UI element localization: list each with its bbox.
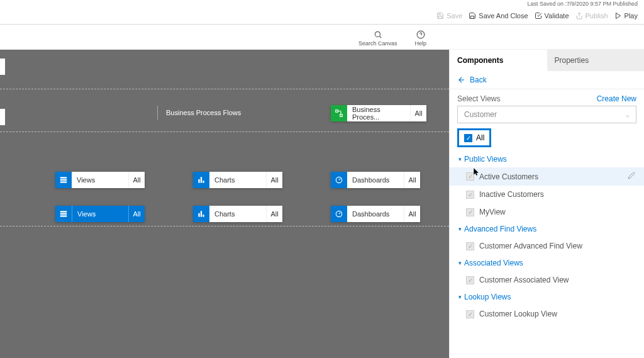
svg-rect-12 [201,177,202,182]
all-checkbox[interactable]: ✓ [464,134,472,142]
all-label: All [476,133,484,142]
views-icon [55,172,72,188]
dashboards-icon [331,206,347,222]
validate-label: Validate [545,12,569,20]
view-item-myview[interactable]: ✓ MyView [450,203,644,221]
group-associated[interactable]: Associated Views [450,255,644,271]
section-divider [0,131,449,132]
item-label: MyView [479,208,506,216]
design-canvas[interactable]: Business Process Flows Business Proces..… [0,50,449,358]
tile-label: Dashboards [347,206,404,222]
charts-tile[interactable]: Charts All [193,206,282,222]
validate-icon [535,12,542,20]
charts-icon [193,206,209,222]
svg-rect-15 [60,211,67,212]
select-views-label: Select Views [457,94,500,103]
collapsed-pane-stub[interactable] [0,109,5,125]
publish-button: Publish [575,12,608,20]
svg-rect-11 [198,179,199,183]
charts-tile[interactable]: Charts All [193,172,282,188]
save-close-icon [469,12,476,20]
status-bar: Last Saved on :7/9/2020 9:57 PM Publishe… [0,0,644,8]
item-checkbox[interactable]: ✓ [466,172,474,181]
tile-tag: All [128,172,145,188]
tile-label: Charts [209,172,266,188]
publish-label: Publish [586,12,608,20]
help-button[interactable]: Help [414,30,426,47]
item-checkbox[interactable]: ✓ [466,208,474,216]
search-canvas-button[interactable]: Search Canvas [358,30,397,47]
svg-rect-20 [203,215,204,217]
item-label: Customer Lookup View [479,310,557,318]
tile-label: Views [72,172,128,188]
item-checkbox[interactable]: ✓ [466,191,474,199]
dashboards-tile[interactable]: Dashboards All [331,172,420,188]
help-label: Help [414,40,426,47]
save-close-button[interactable]: Save And Close [469,12,528,20]
view-item-active-customers[interactable]: ✓ Active Customers [450,167,644,186]
help-icon [416,30,425,39]
svg-rect-7 [340,115,343,117]
publish-icon [575,12,583,20]
group-lookup[interactable]: Lookup Views [450,289,644,305]
bpf-section-label: Business Process Flows [166,109,241,116]
tile-tag: All [410,105,426,121]
tile-label: Dashboards [347,172,404,188]
tab-components[interactable]: Components [450,50,547,71]
tile-tag: All [128,206,145,222]
back-arrow-icon [457,76,466,84]
validate-button[interactable]: Validate [535,12,569,20]
panel-tabs: Components Properties [450,50,644,71]
play-button[interactable]: Play [614,12,638,20]
tile-tag: All [266,206,282,222]
dropdown-value: Customer [464,110,497,119]
item-label: Active Customers [479,172,538,181]
toolbar: Save Save And Close Validate Publish Pla… [0,8,644,24]
svg-rect-19 [201,211,202,216]
tile-tag: All [266,172,282,188]
bpf-tile[interactable]: Business Proces... All [331,105,426,121]
view-item-inactive-customers[interactable]: ✓ Inactive Customers [450,186,644,203]
tab-properties[interactable]: Properties [547,50,645,71]
view-item-advanced-find[interactable]: ✓ Customer Advanced Find View [450,237,644,255]
play-label: Play [625,12,638,20]
save-close-label: Save And Close [479,12,528,20]
edit-icon[interactable] [628,172,635,181]
group-public-views[interactable]: Public Views [450,151,644,167]
item-label: Customer Associated View [479,276,569,284]
views-tile-selected[interactable]: Views All [55,206,145,222]
entity-dropdown[interactable]: Customer ⌵ [457,106,636,123]
svg-line-3 [379,36,381,38]
section-divider [0,226,449,227]
view-item-lookup[interactable]: ✓ Customer Lookup View [450,305,644,323]
svg-rect-8 [60,177,67,178]
back-label: Back [470,76,487,84]
tile-label: Business Proces... [347,105,410,121]
all-checkbox-highlight: ✓ All [457,128,491,147]
item-checkbox[interactable]: ✓ [466,276,474,284]
search-icon [374,30,382,39]
group-advanced-find[interactable]: Advanced Find Views [450,221,644,237]
collapsed-pane-stub[interactable] [0,59,5,75]
play-icon [614,12,622,20]
svg-rect-17 [60,215,67,216]
create-new-link[interactable]: Create New [597,94,636,103]
item-checkbox[interactable]: ✓ [466,242,474,250]
item-checkbox[interactable]: ✓ [466,310,474,318]
section-divider [0,89,449,89]
views-tile[interactable]: Views All [55,172,145,188]
view-item-associated[interactable]: ✓ Customer Associated View [450,271,644,289]
svg-rect-10 [60,181,67,182]
svg-point-2 [375,31,380,36]
chevron-down-icon: ⌵ [626,111,630,118]
side-panel: Components Properties Back Select Views … [449,50,644,358]
tile-label: Charts [209,206,266,222]
svg-rect-18 [198,213,199,217]
svg-rect-16 [60,213,67,215]
item-label: Inactive Customers [479,190,544,199]
dashboards-tile[interactable]: Dashboards All [331,206,420,222]
tile-label: Views [72,206,128,222]
tile-tag: All [404,206,420,222]
back-button[interactable]: Back [450,71,644,89]
tile-tag: All [404,172,420,188]
